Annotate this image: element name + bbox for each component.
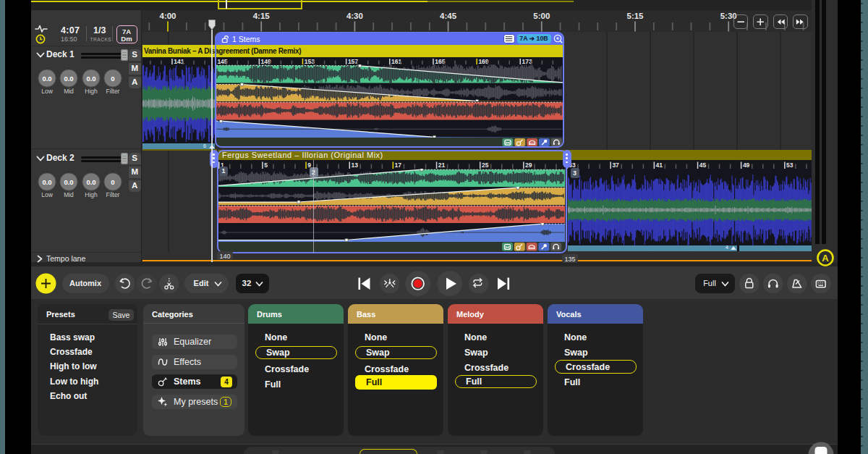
svg-text:0.0: 0.0 xyxy=(86,74,95,82)
svg-text:A: A xyxy=(822,253,829,264)
svg-text:High: High xyxy=(85,88,98,95)
svg-text:53: 53 xyxy=(786,161,793,169)
svg-text:Filter: Filter xyxy=(106,191,120,198)
svg-text:45: 45 xyxy=(699,161,707,169)
svg-text:0.0: 0.0 xyxy=(64,177,73,185)
svg-text:5:00: 5:00 xyxy=(533,12,550,20)
svg-text:4:30: 4:30 xyxy=(346,12,363,20)
svg-text:5: 5 xyxy=(264,161,268,169)
svg-text:High: High xyxy=(85,191,98,198)
svg-text:25: 25 xyxy=(482,161,489,169)
svg-text:37: 37 xyxy=(612,161,619,169)
svg-text:Low: Low xyxy=(41,88,53,95)
svg-text:21: 21 xyxy=(438,161,446,169)
svg-text:0: 0 xyxy=(111,74,114,82)
svg-text:0.0: 0.0 xyxy=(86,177,95,185)
svg-text:Low: Low xyxy=(41,191,53,198)
svg-text:4:45: 4:45 xyxy=(440,12,457,20)
svg-text:Filter: Filter xyxy=(106,88,120,95)
svg-text:0: 0 xyxy=(111,177,114,185)
svg-text:0.0: 0.0 xyxy=(64,74,73,82)
svg-text:4:00: 4:00 xyxy=(159,12,176,20)
svg-text:Mid: Mid xyxy=(64,191,74,198)
svg-text:0.0: 0.0 xyxy=(42,74,51,82)
svg-text:0.0: 0.0 xyxy=(42,177,51,185)
svg-text:49: 49 xyxy=(743,161,750,169)
svg-text:17: 17 xyxy=(395,161,402,169)
svg-text:5:15: 5:15 xyxy=(626,12,644,20)
svg-text:41: 41 xyxy=(656,161,663,169)
svg-text:Mid: Mid xyxy=(64,88,74,95)
svg-text:29: 29 xyxy=(525,161,532,169)
svg-text:13: 13 xyxy=(352,161,359,169)
svg-text:4:15: 4:15 xyxy=(253,12,271,20)
